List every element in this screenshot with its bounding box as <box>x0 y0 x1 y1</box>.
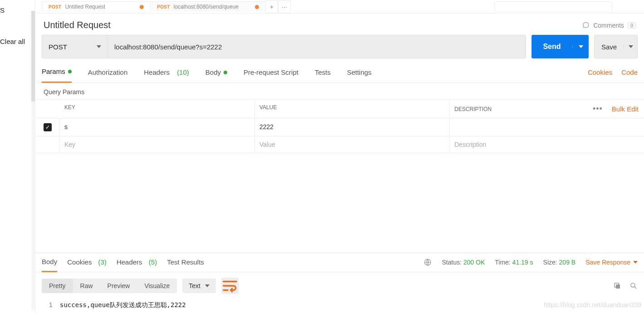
caret-down-icon <box>205 284 210 287</box>
size-meta: Size: 209 B <box>543 259 576 266</box>
save-response-button[interactable]: Save Response <box>585 259 638 266</box>
param-key-input[interactable]: Key <box>60 136 255 153</box>
method-select[interactable]: POST <box>42 35 107 58</box>
wrap-icon <box>221 277 239 294</box>
view-preview-button[interactable]: Preview <box>100 279 137 293</box>
svg-point-3 <box>631 283 635 287</box>
wrap-toggle-button[interactable] <box>221 278 239 294</box>
globe-icon[interactable] <box>424 258 432 266</box>
tab-overflow-button[interactable]: ··· <box>278 0 291 13</box>
resp-tab-body[interactable]: Body <box>42 258 57 272</box>
query-params-label: Query Params <box>35 83 644 99</box>
table-row[interactable]: ✓ s 2222 <box>35 119 644 136</box>
new-tab-button[interactable]: + <box>265 0 278 13</box>
view-raw-button[interactable]: Raw <box>73 279 100 293</box>
tab-title: localhost:8080/send/queue <box>174 4 239 10</box>
method-value: POST <box>49 43 97 51</box>
watermark: https://blog.csdn.net/duanduan339 <box>544 301 641 308</box>
view-segment: Pretty Raw Preview Visualize <box>42 279 177 293</box>
sidebar-scrollbar[interactable] <box>31 11 35 310</box>
request-tab-1[interactable]: POST localhost:8080/send/queue <box>150 1 266 12</box>
request-tab-0[interactable]: POST Untitled Request <box>42 1 151 12</box>
unsaved-dot-icon <box>140 5 144 9</box>
search-input[interactable] <box>494 1 612 12</box>
send-options-button[interactable] <box>572 45 589 48</box>
table-row-new[interactable]: Key Value Description <box>35 136 644 153</box>
format-select[interactable]: Text <box>182 279 216 293</box>
param-value-input[interactable]: Value <box>255 136 450 153</box>
comment-icon <box>581 21 590 29</box>
caret-down-icon <box>97 45 101 48</box>
request-name[interactable]: Untitled Request <box>44 20 111 30</box>
tab-headers[interactable]: Headers (10) <box>144 68 189 82</box>
comments-button[interactable]: Comments 0 <box>581 21 636 29</box>
param-desc-input[interactable] <box>450 119 644 136</box>
param-desc-input[interactable]: Description <box>450 136 644 153</box>
status-meta: Status: 200 OK <box>442 259 485 266</box>
columns-options-button[interactable]: ••• <box>593 104 603 114</box>
col-key: KEY <box>60 100 255 118</box>
sidebar-clear-all[interactable]: Clear all <box>0 35 35 48</box>
tab-body[interactable]: Body <box>205 68 227 82</box>
comments-count: 0 <box>628 22 636 29</box>
param-key-input[interactable]: s <box>60 119 255 136</box>
unsaved-dot-icon <box>255 5 259 9</box>
caret-down-icon <box>579 45 583 48</box>
copy-icon[interactable] <box>613 282 621 290</box>
resp-tab-test-results[interactable]: Test Results <box>167 258 204 271</box>
tab-title: Untitled Request <box>65 4 105 10</box>
active-dot-icon <box>68 70 72 73</box>
tab-pre-request-script[interactable]: Pre-request Script <box>244 68 298 82</box>
col-description: DESCRIPTION <box>454 106 593 112</box>
line-number: 1 <box>42 301 60 309</box>
caret-down-icon <box>629 45 633 48</box>
save-options-button[interactable] <box>624 45 637 48</box>
method-badge: POST <box>49 5 61 10</box>
save-group: Save <box>594 35 638 58</box>
save-button[interactable]: Save <box>595 43 624 51</box>
tab-tests[interactable]: Tests <box>315 68 331 82</box>
col-value: VALUE <box>255 100 450 118</box>
bulk-edit-link[interactable]: Bulk Edit <box>612 105 639 113</box>
search-icon[interactable] <box>629 282 638 290</box>
cookies-link[interactable]: Cookies <box>588 68 612 76</box>
response-body-text[interactable]: success,queue队列发送成功王思聪,2222 <box>60 301 186 309</box>
time-meta: Time: 41.19 s <box>495 259 533 266</box>
caret-down-icon <box>633 261 638 264</box>
send-group: Send <box>532 35 589 58</box>
tab-settings[interactable]: Settings <box>347 68 371 82</box>
row-checkbox[interactable]: ✓ <box>44 123 52 131</box>
comments-label: Comments <box>593 22 624 29</box>
url-input[interactable]: localhost:8080/send/queue?s=2222 <box>107 35 526 58</box>
active-dot-icon <box>224 71 227 74</box>
resp-tab-headers[interactable]: Headers (5) <box>117 258 157 271</box>
sidebar-label-s[interactable]: S <box>0 4 35 17</box>
view-visualize-button[interactable]: Visualize <box>137 279 177 293</box>
param-value-input[interactable]: 2222 <box>255 119 450 136</box>
method-badge: POST <box>157 5 170 10</box>
tab-authorization[interactable]: Authorization <box>88 68 128 82</box>
svg-rect-1 <box>616 284 620 289</box>
code-link[interactable]: Code <box>621 68 638 76</box>
view-pretty-button[interactable]: Pretty <box>42 279 73 293</box>
tab-params[interactable]: Params <box>42 67 72 83</box>
send-button[interactable]: Send <box>532 43 572 51</box>
resp-tab-cookies[interactable]: Cookies (3) <box>67 258 107 271</box>
